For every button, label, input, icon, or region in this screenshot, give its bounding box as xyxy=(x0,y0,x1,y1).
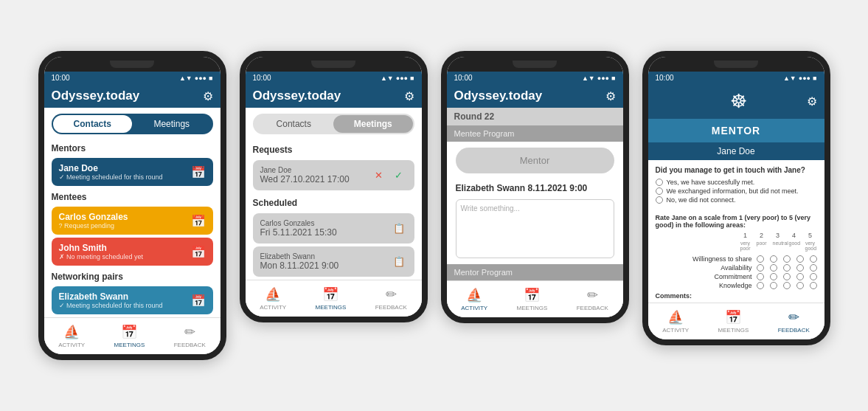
mentee-carlos[interactable]: Carlos Gonzales ? Request pending 📅 xyxy=(52,207,213,235)
radio-label-3: No, we did not connect. xyxy=(667,196,736,204)
app-header-2: Odyssey.today ⚙ xyxy=(246,84,422,108)
feedback-label-1: FEEDBACK xyxy=(174,342,206,348)
nav-activity-1[interactable]: ⛵ ACTIVITY xyxy=(52,322,91,350)
gear-icon-2[interactable]: ⚙ xyxy=(404,89,414,103)
nav-activity-4[interactable]: ⛵ ACTIVITY xyxy=(656,308,695,335)
gear-icon-3[interactable]: ⚙ xyxy=(605,89,616,103)
radio-label-2: We exchanged information, but did not me… xyxy=(667,187,799,195)
request-jane-actions: ✕ ✓ xyxy=(371,167,407,184)
rate-circles-willingness[interactable] xyxy=(757,255,817,263)
nav-feedback-2[interactable]: ✏ FEEDBACK xyxy=(369,285,413,312)
nav-feedback-4[interactable]: ✏ FEEDBACK xyxy=(772,308,816,335)
request-jane-date: Wed 27.10.2021 17:00 xyxy=(260,174,350,184)
nav-meetings-1[interactable]: 📅 MEETINGS xyxy=(108,322,151,350)
calendar-icon-elizabeth[interactable]: 📅 xyxy=(191,294,206,308)
rate-row-commitment: Commitment xyxy=(656,273,817,280)
app-title-2: Odyssey.today xyxy=(253,89,341,103)
app-header-3: Odyssey.today ⚙ xyxy=(447,84,623,108)
activity-label-3: ACTIVITY xyxy=(461,305,487,311)
rate-circles-availability[interactable] xyxy=(757,264,817,272)
nav-feedback-3[interactable]: ✏ FEEDBACK xyxy=(571,286,614,313)
radio-circle-3 xyxy=(656,196,663,204)
cancel-btn-jane[interactable]: ✕ xyxy=(371,167,387,184)
write-placeholder-3: Write something... xyxy=(461,204,520,213)
confirm-btn-jane[interactable]: ✓ xyxy=(391,167,407,184)
meetings-label-1: MEETINGS xyxy=(114,342,145,348)
edit-btn-elizabeth[interactable]: 📋 xyxy=(391,254,407,270)
gear-icon-1[interactable]: ⚙ xyxy=(203,89,213,103)
calendar-icon-john[interactable]: 📅 xyxy=(191,245,206,259)
tab-meetings-2[interactable]: Meetings xyxy=(333,115,413,133)
status-bar-3: 10:00 ▲▼●●●■ xyxy=(447,72,623,84)
status-icons-1: ▲▼ ●●● ■ xyxy=(179,75,213,82)
status-bar-1: 10:00 ▲▼ ●●● ■ xyxy=(44,72,221,84)
edit-btn-carlos[interactable]: 📋 xyxy=(391,221,407,237)
feedback-question-4: Did you manage to get in touch with Jane… xyxy=(656,166,817,174)
nav-meetings-3[interactable]: 📅 MEETINGS xyxy=(511,286,554,313)
app-header-1: Odyssey.today ⚙ xyxy=(44,84,221,108)
status-bar-4: 10:00 ▲▼●●●■ xyxy=(648,72,824,84)
write-area-3[interactable]: Write something... xyxy=(456,199,614,258)
mentor-program-label-3: Mentor Program xyxy=(447,264,623,280)
feedback-icon-4: ✏ xyxy=(788,309,799,325)
scheduled-label-2: Scheduled xyxy=(246,193,422,210)
nav-feedback-1[interactable]: ✏ FEEDBACK xyxy=(168,322,212,350)
phone4-header: ☸ ⚙ xyxy=(648,84,824,119)
feedback-icon-3: ✏ xyxy=(587,287,598,303)
mentee-name-john: John Smith xyxy=(59,243,144,253)
mentor-name-4: Jane Doe xyxy=(648,142,824,160)
radio-circle-2 xyxy=(656,187,663,195)
mentee-sub-carlos: ? Request pending xyxy=(59,222,128,229)
mentor-title-4: MENTOR xyxy=(648,119,824,142)
networking-elizabeth[interactable]: Elizabeth Swann ✓ Meeting scheduled for … xyxy=(52,286,213,314)
nav-meetings-2[interactable]: 📅 MEETINGS xyxy=(310,285,353,312)
rate-row-availability: Availability xyxy=(656,264,817,272)
meetings-icon-1: 📅 xyxy=(121,324,137,340)
status-icons-2: ▲▼●●●■ xyxy=(381,75,414,82)
comments-label-4: Comments: xyxy=(656,292,817,300)
request-jane[interactable]: Jane Doe Wed 27.10.2021 17:00 ✕ ✓ xyxy=(253,160,414,190)
nav-meetings-4[interactable]: 📅 MEETINGS xyxy=(712,308,755,335)
scheduled-elizabeth[interactable]: Elizabeth Swann Mon 8.11.2021 9:00 📋 xyxy=(253,246,414,277)
activity-label-2: ACTIVITY xyxy=(260,304,286,311)
rate-circles-commitment[interactable] xyxy=(757,273,817,280)
mentees-label-1: Mentees xyxy=(44,189,221,204)
meetings-icon-4: 📅 xyxy=(725,309,741,325)
rate-circles-knowledge[interactable] xyxy=(757,282,817,289)
mentee-john[interactable]: John Smith ✗ No meeting scheduled yet 📅 xyxy=(52,238,213,266)
bottom-nav-2: ⛵ ACTIVITY 📅 MEETINGS ✏ FEEDBACK xyxy=(246,280,422,317)
tab-contacts-2[interactable]: Contacts xyxy=(254,115,334,133)
app-title-3: Odyssey.today xyxy=(454,89,543,103)
nav-activity-2[interactable]: ⛵ ACTIVITY xyxy=(254,285,292,312)
request-jane-name: Jane Doe xyxy=(260,166,350,174)
round-badge-3: Round 22 xyxy=(447,108,623,125)
networking-sub-elizabeth: ✓ Meeting scheduled for this round xyxy=(59,302,163,309)
calendar-icon-carlos[interactable]: 📅 xyxy=(191,214,206,228)
radio-option-3[interactable]: No, we did not connect. xyxy=(656,196,817,204)
time-2: 10:00 xyxy=(253,74,271,82)
status-icons-4: ▲▼●●●■ xyxy=(783,75,817,82)
activity-icon-1: ⛵ xyxy=(63,324,80,340)
rate-header-4: 1 2 3 4 5 xyxy=(740,232,817,239)
radio-option-2[interactable]: We exchanged information, but did not me… xyxy=(656,187,817,195)
mentor-jane-doe[interactable]: Jane Doe ✓ Meeting scheduled for this ro… xyxy=(52,158,213,186)
feedback-label-3: FEEDBACK xyxy=(577,305,608,311)
calendar-icon-mentor-1[interactable]: 📅 xyxy=(191,165,206,179)
status-bar-2: 10:00 ▲▼●●●■ xyxy=(246,72,422,84)
gear-icon-4[interactable]: ⚙ xyxy=(807,94,817,108)
tab-contacts-1[interactable]: Contacts xyxy=(53,115,133,133)
scheduled-carlos[interactable]: Carlos Gonzales Fri 5.11.2021 15:30 📋 xyxy=(253,213,414,244)
phone-1: 10:00 ▲▼ ●●● ■ Odyssey.today ⚙ Contacts … xyxy=(38,51,226,360)
activity-icon-4: ⛵ xyxy=(667,309,684,325)
activity-icon-3: ⛵ xyxy=(466,287,482,303)
rate-label-commitment: Commitment xyxy=(656,273,757,280)
feedback-label-4: FEEDBACK xyxy=(778,327,810,334)
feedback-section-4: Did you manage to get in touch with Jane… xyxy=(648,160,824,211)
radio-circle-1 xyxy=(656,179,663,186)
meetings-icon-3: 📅 xyxy=(524,287,540,303)
radio-option-1[interactable]: Yes, we have succesfully met. xyxy=(656,179,817,186)
networking-label-1: Networking pairs xyxy=(44,269,221,283)
mentor-button-3[interactable]: Mentor xyxy=(456,148,614,173)
nav-activity-3[interactable]: ⛵ ACTIVITY xyxy=(455,286,493,313)
tab-meetings-1[interactable]: Meetings xyxy=(132,115,212,133)
